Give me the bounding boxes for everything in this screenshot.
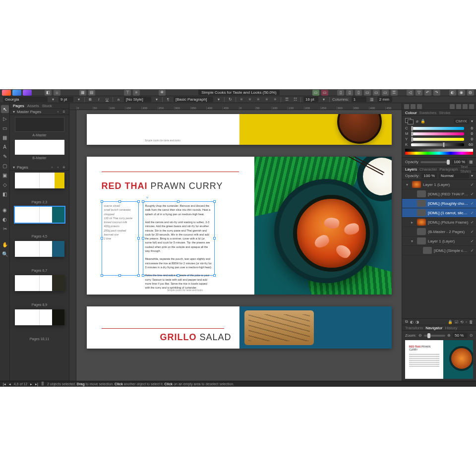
viewport[interactable]: Simple cooks for taste and looks RED THA… xyxy=(76,110,402,381)
move-tool-icon[interactable]: ↖ xyxy=(1,105,9,113)
align-justify-all-icon[interactable]: ≡ xyxy=(272,97,278,102)
spread-6-7-thumb[interactable]: Pages 6,7 xyxy=(13,241,66,272)
persona-switcher[interactable] xyxy=(2,90,32,96)
page-options-icon[interactable]: ▫ xyxy=(56,166,60,170)
layer-row[interactable]: [IDML] (Roughly chop the c✓ xyxy=(402,199,476,208)
cyan-slider[interactable] xyxy=(411,127,464,130)
layer-mask-icon[interactable]: ◐ xyxy=(410,320,414,324)
number-list-icon[interactable]: ☷ xyxy=(292,97,298,102)
zoom-value[interactable]: 50 % xyxy=(453,333,468,338)
pan-tool-icon[interactable]: ✋ xyxy=(1,240,9,248)
noise-icon[interactable]: ▦ xyxy=(469,160,473,164)
align-center-icon[interactable]: ▯ xyxy=(346,90,353,96)
pin-icon[interactable]: ⊤ xyxy=(124,90,131,96)
black-slider[interactable] xyxy=(411,143,464,146)
layer-row[interactable]: [IDML] (RED THAI PRAWN C✓ xyxy=(402,189,476,199)
pen-tool-icon[interactable]: ✎ xyxy=(1,152,9,160)
align-icon[interactable] xyxy=(411,104,416,109)
tab-paragraph[interactable]: Paragraph xyxy=(439,167,458,172)
layer-row[interactable]: (B-Master - 2 Pages)✓ xyxy=(402,227,476,237)
text-flow-icon[interactable]: ▿ xyxy=(146,195,148,200)
layer-adjust-icon[interactable]: ◑ xyxy=(416,320,419,324)
columns-field[interactable]: 1 xyxy=(352,97,366,102)
eyedropper-icon[interactable]: ⌀ xyxy=(416,119,418,123)
last-page-icon[interactable]: ▸| xyxy=(35,382,38,386)
first-page-icon[interactable]: |◂ xyxy=(3,382,6,386)
stock-tool-icon[interactable]: ◧ xyxy=(1,190,9,198)
tab-history[interactable]: History xyxy=(445,326,457,330)
align-icon[interactable] xyxy=(417,104,422,109)
spread-4-5[interactable]: RED THAI PRAWN CURRY ▿ coarse sliced sma… xyxy=(87,157,392,295)
bullet-list-icon[interactable]: ☰ xyxy=(284,97,290,102)
preflight-icon[interactable]: 👁 xyxy=(159,90,166,96)
chevron-down-icon[interactable]: ▾ xyxy=(471,174,473,178)
new-doc-icon[interactable]: ▦ xyxy=(79,90,86,96)
next-page-icon[interactable]: ▸ xyxy=(30,382,32,386)
layer-row[interactable]: ▾Layer 1 (Layer)✓ xyxy=(402,180,476,189)
flip-v-icon[interactable]: ▽ xyxy=(416,90,422,96)
baseline-icon[interactable]: ≡ xyxy=(133,90,140,96)
tab-colour[interactable]: Colour xyxy=(405,111,417,115)
master-a-thumb[interactable]: A-Master xyxy=(13,117,66,137)
add-layer-icon[interactable]: ▫ xyxy=(466,320,467,324)
font-family-field[interactable]: Georgia xyxy=(3,97,48,102)
chevron-down-icon[interactable]: ▾ xyxy=(154,97,160,102)
spread-2-3-thumb[interactable]: Pages 2,3 xyxy=(13,173,66,204)
spread-10-11-thumb[interactable]: Pages 10,11 xyxy=(13,309,66,341)
char-style-field[interactable]: [No Style] xyxy=(124,97,151,102)
master-menu-icon[interactable]: ≡ xyxy=(62,110,66,114)
view-mode-icon[interactable]: ◧ xyxy=(45,90,52,96)
para-style-field[interactable]: [Basic Paragraph] xyxy=(174,97,213,102)
designer-persona-icon[interactable] xyxy=(12,90,21,96)
opacity-slider[interactable] xyxy=(420,161,450,163)
pages-header[interactable]: ▾Pages ▫ ▫ ≡ xyxy=(10,165,69,171)
master-pages-header[interactable]: ▾Master Pages ▫ ≡ xyxy=(10,109,69,115)
spread-8-9-thumb[interactable]: Pages 8,9 xyxy=(13,275,66,306)
zoom-slider[interactable] xyxy=(424,335,445,337)
layer-row[interactable]: [IDML] (1 carrot, sliced 1 s✓ xyxy=(402,208,476,218)
bold-icon[interactable]: B xyxy=(87,97,93,102)
tab-navigator[interactable]: Navigator xyxy=(425,326,442,330)
chevron-down-icon[interactable]: ▾ xyxy=(321,97,327,102)
align-justify-text-icon[interactable]: ≡ xyxy=(264,97,270,102)
tab-transform[interactable]: Transform xyxy=(405,326,423,330)
align-center-text-icon[interactable]: ≡ xyxy=(247,97,253,102)
layer-visibility-icon[interactable]: ☑ xyxy=(455,320,458,324)
spread-2-3[interactable]: Simple cooks for taste and looks xyxy=(87,114,392,145)
align-bottom-icon[interactable]: ▭ xyxy=(382,90,389,96)
transparency-tool-icon[interactable]: ◐ xyxy=(1,215,9,223)
gutter-field[interactable]: 2 mm xyxy=(377,97,392,102)
color-mode-field[interactable]: CMYK xyxy=(454,119,469,124)
artistic-text-tool-icon[interactable]: A xyxy=(1,143,9,151)
chevron-down-icon[interactable]: ▾ xyxy=(50,97,56,102)
layer-row[interactable]: ▾Layer 1 (Layer)✓ xyxy=(402,237,476,246)
spread-4-5-thumb[interactable]: Pages 4,5 xyxy=(13,207,66,238)
spacing-icon[interactable] xyxy=(469,104,474,109)
text-frame-tool-icon[interactable]: ▭ xyxy=(1,124,9,132)
layer-fx-icon[interactable]: ⧉ xyxy=(405,319,408,324)
zoom-tool-icon[interactable]: 🔍 xyxy=(1,250,9,258)
italic-icon[interactable]: I xyxy=(96,97,102,102)
publisher-persona-icon[interactable] xyxy=(2,90,11,96)
method-text-frame[interactable]: Roughly chop the coriander. Remove and d… xyxy=(143,201,215,276)
chevron-down-icon[interactable]: ▾ xyxy=(216,97,222,102)
font-size-field[interactable]: 9 pt xyxy=(59,97,73,102)
vector-crop-tool-icon[interactable]: ✂ xyxy=(1,225,9,233)
vertical-ruler[interactable] xyxy=(69,110,76,381)
spectrum-picker[interactable] xyxy=(405,149,473,155)
opacity-value[interactable]: 100 % xyxy=(452,159,467,165)
layer-lock-icon[interactable]: 🔒 xyxy=(448,320,453,324)
tab-character[interactable]: Character xyxy=(419,167,437,172)
update-style-icon[interactable]: ↻ xyxy=(227,97,233,102)
picture-frame-tool-icon[interactable]: ▣ xyxy=(1,171,9,179)
navigator-thumbnail[interactable]: RED THAI PRAWN CURRY xyxy=(405,340,473,379)
prev-page-icon[interactable]: ◂ xyxy=(9,382,11,386)
help-icon[interactable]: ◐ xyxy=(449,90,456,96)
delete-layer-icon[interactable]: 🗑 xyxy=(469,320,473,324)
leading-field[interactable]: 16 pt xyxy=(303,97,318,102)
spread-6-7[interactable]: GRILLO SALAD xyxy=(87,306,392,349)
underline-icon[interactable]: U xyxy=(104,97,110,102)
fill-tool-icon[interactable]: ◉ xyxy=(1,206,9,214)
preview-icon[interactable]: ☼ xyxy=(54,90,60,96)
open-doc-icon[interactable]: ▤ xyxy=(88,90,95,96)
